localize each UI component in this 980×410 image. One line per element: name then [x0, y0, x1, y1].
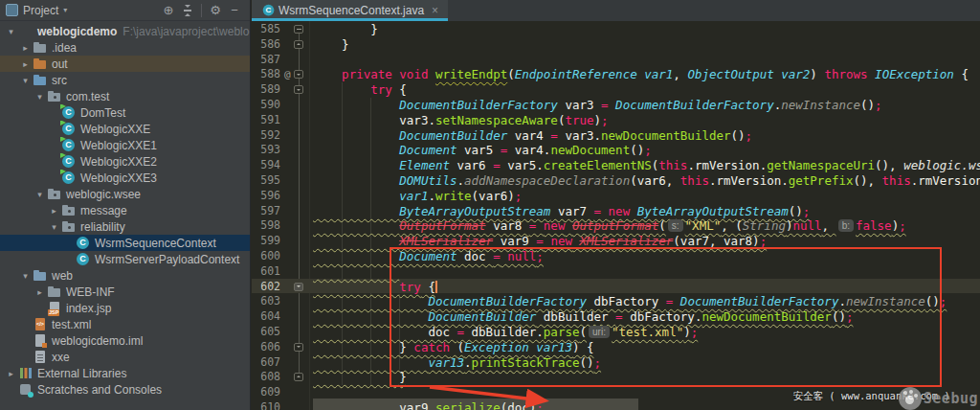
code-line[interactable]: Document doc = null; [313, 249, 544, 264]
tree-item-src[interactable]: ▾src [0, 72, 251, 88]
chevron-down-icon[interactable]: ▾ [63, 6, 67, 14]
line-number[interactable]: 593 [252, 143, 280, 158]
tree-item-reliability[interactable]: ▾reliability [0, 218, 251, 235]
fold-marker-icon[interactable] [294, 70, 303, 79]
close-icon[interactable]: × [432, 4, 438, 17]
line-number[interactable]: 597 [252, 204, 280, 219]
line-number[interactable]: 592 [252, 128, 280, 144]
tree-item-out[interactable]: ▸out [0, 56, 251, 72]
line-number[interactable]: 587 [252, 53, 280, 68]
line-number[interactable]: 590 [252, 98, 280, 113]
tree-item-test-xml[interactable]: test.xml [0, 316, 251, 332]
code-line[interactable]: Element var6 = var5.createElementNS(this… [313, 158, 980, 173]
chevron-down-icon[interactable]: ▾ [18, 76, 33, 85]
chevron-right-icon[interactable]: ▸ [18, 43, 33, 53]
code-line[interactable]: private void writeEndpt(EndpointReferenc… [313, 67, 969, 82]
locate-file-icon[interactable]: ⊕ [159, 2, 178, 19]
tree-item-weblogicxxe[interactable]: WeblogicXXE [0, 121, 251, 137]
code-line[interactable]: DocumentBuilderFactory dbFactory = Docum… [313, 294, 947, 309]
chevron-down-icon[interactable]: ▾ [33, 92, 47, 102]
tree-item-weblogicxxe2[interactable]: WeblogicXXE2 [0, 153, 251, 170]
line-number[interactable]: 595 [252, 173, 280, 189]
line-number[interactable]: 602 [252, 280, 280, 295]
tab-wsrmsequencecontext[interactable]: WsrmSequenceContext.java × [252, 0, 448, 21]
tree-item-weblogicxxe1[interactable]: WeblogicXXE1 [0, 137, 251, 153]
code-editor[interactable]: 安全客 ( www.anquanke.com ) Seebug 585 }586… [252, 21, 980, 410]
code-line[interactable]: ByteArrayOutputStream var7 = new ByteArr… [313, 204, 810, 219]
code-line[interactable]: XMLSerializer var9 = new XMLSerializer(v… [313, 234, 767, 249]
line-number[interactable]: 599 [252, 234, 280, 249]
code-line[interactable] [313, 264, 399, 280]
chevron-right-icon[interactable]: ▸ [47, 206, 61, 216]
code-line[interactable]: DocumentBuilder dbBuilder = dbFactory.ne… [313, 309, 854, 325]
line-number[interactable]: 586 [252, 37, 280, 53]
line-number[interactable]: 588 [252, 67, 280, 82]
code-line[interactable]: var1.write(var6); [313, 189, 522, 204]
project-panel-title[interactable]: Project [23, 4, 58, 17]
code-line[interactable]: try { [313, 280, 437, 295]
line-number[interactable]: 608 [252, 370, 280, 385]
line-number[interactable]: 596 [252, 189, 280, 204]
code-line[interactable]: } [313, 370, 407, 385]
line-number[interactable]: 598 [252, 218, 280, 234]
code-line[interactable]: var3.setNamespaceAware(true); [313, 113, 609, 128]
code-line[interactable]: try { [313, 82, 407, 98]
hide-panel-icon[interactable]: − [225, 2, 244, 19]
code-line[interactable]: var9.serialize(doc); [313, 400, 544, 410]
line-number[interactable]: 591 [252, 113, 280, 128]
tree-item-weblogicdemo-iml[interactable]: weblogicdemo.iml [0, 332, 251, 349]
fold-marker-icon[interactable] [294, 373, 303, 381]
line-number[interactable]: 605 [252, 325, 280, 340]
tree-item-web[interactable]: ▾web [0, 267, 251, 284]
chevron-right-icon[interactable]: ▸ [33, 287, 47, 297]
tree-item--idea[interactable]: ▸.idea [0, 39, 251, 56]
fold-marker-icon[interactable] [294, 343, 303, 352]
tree-item-weblogicxxe3[interactable]: WeblogicXXE3 [0, 170, 251, 186]
chevron-right-icon[interactable]: ▸ [4, 369, 18, 378]
tree-item-wsrmsequencecontext[interactable]: WsrmSequenceContext [0, 235, 251, 251]
line-number[interactable]: 606 [252, 340, 280, 355]
code-line[interactable]: } [313, 22, 378, 37]
code-line[interactable]: DocumentBuilder var4 = var3.newDocumentB… [313, 128, 752, 144]
collapse-all-icon[interactable] [178, 2, 197, 19]
line-number[interactable]: 585 [252, 22, 280, 37]
line-number[interactable]: 600 [252, 249, 280, 264]
line-number[interactable]: 594 [252, 158, 280, 173]
chevron-down-icon[interactable]: ▾ [47, 222, 61, 232]
fold-marker-icon[interactable] [294, 40, 303, 49]
tree-item-scratches-and-consoles[interactable]: Scratches and Consoles [0, 381, 251, 398]
line-number[interactable]: 603 [252, 294, 280, 309]
tree-item-xxe[interactable]: xxe [0, 349, 251, 365]
line-number[interactable]: 607 [252, 355, 280, 371]
tree-item-index-jsp[interactable]: index.jsp [0, 300, 251, 316]
tree-item-web-inf[interactable]: ▸WEB-INF [0, 284, 251, 300]
fold-marker-icon[interactable] [294, 283, 303, 291]
code-line[interactable]: Document var5 = var4.newDocument(); [313, 143, 652, 158]
chevron-down-icon[interactable]: ▾ [4, 27, 18, 36]
tree-item-com-test[interactable]: ▾com.test [0, 88, 251, 104]
code-line[interactable]: OutputFormat var8 = new OutputFormat(s:"… [313, 218, 906, 234]
line-number[interactable]: 604 [252, 309, 280, 325]
chevron-right-icon[interactable]: ▸ [18, 59, 33, 69]
code-line[interactable]: } catch (Exception var13) { [313, 340, 594, 355]
tree-item-external-libraries[interactable]: ▸External Libraries [0, 365, 251, 381]
chevron-down-icon[interactable]: ▾ [33, 190, 47, 199]
line-number[interactable]: 589 [252, 82, 280, 98]
code-line[interactable]: } [313, 37, 349, 53]
fold-marker-icon[interactable] [294, 25, 303, 34]
tree-item-wsrmserverpayloadcontext[interactable]: WsrmServerPayloadContext [0, 251, 251, 267]
code-line[interactable]: DOMUtils.addNamespaceDeclaration(var6, t… [313, 173, 980, 189]
tree-item-message[interactable]: ▸message [0, 202, 251, 218]
tree-item-weblogicdemo[interactable]: ▾weblogicdemoF:\java\javaproject\weblogi… [0, 23, 251, 39]
code-line[interactable]: var13.printStackTrace(); [313, 355, 601, 371]
line-number[interactable]: 601 [252, 264, 280, 280]
code-line[interactable]: DocumentBuilderFactory var3 = DocumentBu… [313, 98, 882, 113]
tree-item-domtest[interactable]: DomTest [0, 104, 251, 121]
gear-icon[interactable]: ⚙ [206, 2, 225, 19]
fold-marker-icon[interactable] [294, 85, 303, 94]
line-number[interactable]: 609 [252, 385, 280, 400]
chevron-down-icon[interactable]: ▾ [18, 271, 33, 281]
code-line[interactable]: doc = dbBuilder.parse(uri:"test.xml"); [313, 325, 698, 340]
tree-item-weblogic-wsee[interactable]: ▾weblogic.wsee [0, 186, 251, 202]
line-number[interactable]: 610 [252, 400, 280, 410]
